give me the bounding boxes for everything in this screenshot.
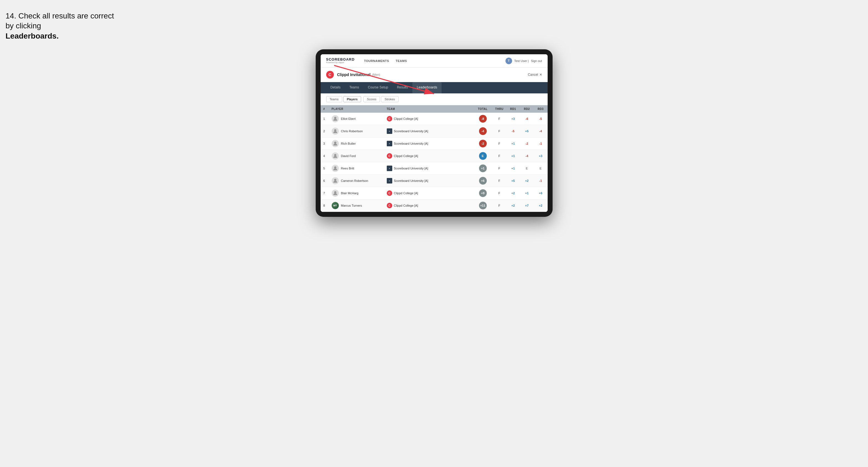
cell-player: Chris Robertson bbox=[329, 125, 384, 137]
col-total: TOTAL bbox=[473, 105, 493, 113]
cell-rd1: -5 bbox=[506, 125, 520, 137]
cell-rd3: +6 bbox=[534, 187, 548, 199]
sign-out-link[interactable]: Sign out bbox=[531, 59, 542, 63]
cell-rd2: E bbox=[520, 162, 534, 175]
cell-total: +11 bbox=[473, 199, 493, 212]
team-name: Scoreboard University [A] bbox=[394, 142, 428, 145]
cell-thru: F bbox=[493, 150, 506, 162]
cell-thru: F bbox=[493, 199, 506, 212]
player-avatar bbox=[332, 152, 339, 159]
table-row: 2Chris Robertson≡Scoreboard University [… bbox=[321, 125, 548, 137]
team-name: Scoreboard University [A] bbox=[394, 129, 428, 133]
cell-team: ≡Scoreboard University [A] bbox=[384, 137, 473, 150]
cell-rd2: -4 bbox=[520, 150, 534, 162]
cell-rd1: +3 bbox=[506, 113, 520, 125]
player-name: Marcus Turners bbox=[341, 204, 362, 207]
player-name: Blair McHarg bbox=[341, 191, 359, 195]
filter-teams[interactable]: Teams bbox=[326, 96, 342, 102]
table-row: 5Rees Britt≡Scoreboard University [A]+1F… bbox=[321, 162, 548, 175]
tab-nav: Details Teams Course Setup Results Leade… bbox=[321, 82, 548, 93]
cell-rd2: +2 bbox=[520, 175, 534, 187]
player-name: Chris Robertson bbox=[341, 129, 363, 133]
tab-results[interactable]: Results bbox=[393, 82, 412, 93]
player-name: Cameron Robertson bbox=[341, 179, 368, 182]
svg-point-7 bbox=[334, 179, 336, 181]
cell-player: David Ford bbox=[329, 150, 384, 162]
player-name: Elliot Ebert bbox=[341, 117, 355, 120]
cell-total: -2 bbox=[473, 137, 493, 150]
cell-total: +1 bbox=[473, 162, 493, 175]
team-name: Scoreboard University [A] bbox=[394, 179, 428, 182]
filter-bar: Teams Players Scores Strokes bbox=[321, 93, 548, 105]
cell-pos: 2 bbox=[321, 125, 329, 137]
svg-point-2 bbox=[334, 117, 336, 119]
step-number: 14. bbox=[5, 11, 16, 20]
tournament-name: Clippd Invitational bbox=[337, 72, 371, 77]
nav-right: T Test User | Sign out bbox=[505, 58, 542, 64]
tab-leaderboards[interactable]: Leaderboards bbox=[412, 82, 441, 93]
tournament-icon: C bbox=[326, 71, 334, 79]
tournament-type: (Men) bbox=[372, 73, 380, 76]
team-icon: ≡ bbox=[387, 141, 392, 146]
cell-pos: 1 bbox=[321, 113, 329, 125]
player-avatar bbox=[332, 177, 339, 184]
col-player: PLAYER bbox=[329, 105, 384, 113]
player-avatar bbox=[332, 115, 339, 122]
cell-thru: F bbox=[493, 175, 506, 187]
tablet-device: SCOREBOARD Powered by clippd TOURNAMENTS… bbox=[316, 49, 553, 217]
cell-rd1: +1 bbox=[506, 137, 520, 150]
cell-total: -8 bbox=[473, 113, 493, 125]
cell-team: ≡Scoreboard University [A] bbox=[384, 162, 473, 175]
cell-rd2: -6 bbox=[520, 113, 534, 125]
col-rd1: RD1 bbox=[506, 105, 520, 113]
instruction-block: 14. Check all results are correct by cli… bbox=[5, 11, 116, 41]
player-name: Rees Britt bbox=[341, 167, 354, 170]
cell-thru: F bbox=[493, 137, 506, 150]
nav-teams[interactable]: TEAMS bbox=[393, 58, 410, 64]
cell-player: MTMarcus Turners bbox=[329, 199, 384, 212]
col-pos: # bbox=[321, 105, 329, 113]
cell-rd3: -1 bbox=[534, 137, 548, 150]
cell-rd3: -4 bbox=[534, 125, 548, 137]
player-avatar bbox=[332, 140, 339, 147]
cell-thru: F bbox=[493, 187, 506, 199]
cell-pos: 3 bbox=[321, 137, 329, 150]
cell-thru: F bbox=[493, 113, 506, 125]
filter-players[interactable]: Players bbox=[343, 96, 361, 102]
logo-text: SCOREBOARD bbox=[326, 58, 355, 61]
cell-rd2: +7 bbox=[520, 199, 534, 212]
cell-player: Rich Butler bbox=[329, 137, 384, 150]
user-avatar: T bbox=[505, 58, 512, 64]
cell-rd2: -2 bbox=[520, 137, 534, 150]
instruction-bold: Leaderboards. bbox=[5, 32, 59, 40]
team-icon: C bbox=[387, 203, 392, 208]
cell-team: CClippd College [A] bbox=[384, 199, 473, 212]
nav-bar: SCOREBOARD Powered by clippd TOURNAMENTS… bbox=[321, 54, 548, 67]
cell-rd1: +2 bbox=[506, 199, 520, 212]
cell-player: Cameron Robertson bbox=[329, 175, 384, 187]
tab-course-setup[interactable]: Course Setup bbox=[364, 82, 393, 93]
table-row: 4David FordCClippd College [A]EF+1-4+3 bbox=[321, 150, 548, 162]
cell-thru: F bbox=[493, 162, 506, 175]
cell-rd1: +1 bbox=[506, 150, 520, 162]
team-icon: C bbox=[387, 153, 392, 159]
col-rd2: RD2 bbox=[520, 105, 534, 113]
table-row: 8MTMarcus TurnersCClippd College [A]+11F… bbox=[321, 199, 548, 212]
tab-details[interactable]: Details bbox=[326, 82, 345, 93]
cell-rd1: +5 bbox=[506, 175, 520, 187]
cell-team: ≡Scoreboard University [A] bbox=[384, 175, 473, 187]
cell-pos: 8 bbox=[321, 199, 329, 212]
svg-point-6 bbox=[334, 166, 336, 168]
svg-point-3 bbox=[334, 129, 336, 131]
cell-rd3: +2 bbox=[534, 199, 548, 212]
cell-pos: 4 bbox=[321, 150, 329, 162]
player-avatar: MT bbox=[332, 202, 339, 209]
player-avatar bbox=[332, 190, 339, 197]
leaderboard-table: # PLAYER TEAM TOTAL THRU RD1 RD2 RD3 1El… bbox=[321, 105, 548, 212]
cancel-button[interactable]: Cancel ✕ bbox=[528, 73, 542, 76]
nav-tournaments[interactable]: TOURNAMENTS bbox=[361, 58, 392, 64]
tab-teams[interactable]: Teams bbox=[345, 82, 363, 93]
table-row: 1Elliot EbertCClippd College [A]-8F+3-6-… bbox=[321, 113, 548, 125]
filter-strokes[interactable]: Strokes bbox=[381, 96, 398, 102]
filter-scores[interactable]: Scores bbox=[363, 96, 380, 102]
